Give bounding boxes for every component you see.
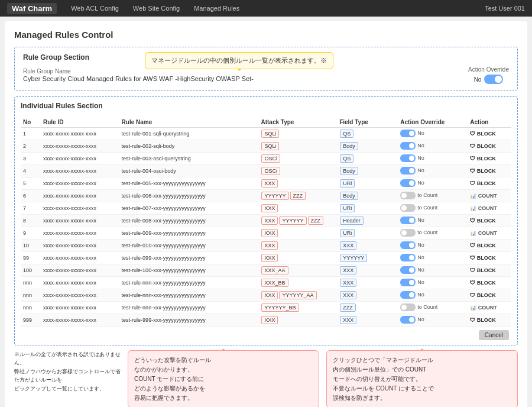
cell-ruleid: xxxx-xxxxx-xxxxx-xxxx: [41, 190, 119, 202]
cell-no: nnn: [21, 302, 41, 314]
action-override-toggle[interactable]: [484, 75, 503, 84]
action-override-toggle-row[interactable]: to Count: [400, 303, 437, 311]
field-type-badge: Body: [340, 192, 358, 200]
attack-type-badge: ZZZ: [308, 217, 324, 225]
individual-section-header: Individual Rules Section: [21, 102, 511, 115]
action-override-toggle-row[interactable]: No: [400, 217, 424, 224]
attack-type-badge: XXX: [261, 217, 278, 225]
cell-attack-type: XXXYYYYYYZZZ: [258, 215, 337, 227]
action-override-toggle-row[interactable]: No: [400, 142, 424, 150]
nav-web-acl-config[interactable]: Web ACL Config: [71, 5, 119, 12]
cell-no: 99: [21, 252, 41, 264]
table-row: 100xxxx-xxxxx-xxxxx-xxxxtest-rule-100-xx…: [21, 264, 511, 277]
cell-attack-type: XXX_AA: [258, 264, 337, 277]
cell-no: 2: [21, 140, 41, 153]
toggle-switch[interactable]: [400, 266, 416, 274]
attack-type-badge: XXX: [261, 241, 278, 250]
action-override-toggle-row[interactable]: No: [400, 266, 424, 274]
toggle-switch[interactable]: [400, 254, 416, 261]
col-header-field: Field Type: [337, 117, 398, 128]
cell-rulename: test-rule-008-xxx-yyyyyyyyyyyyyyyy: [119, 215, 259, 227]
cell-action-override: to Count: [398, 227, 468, 240]
toggle-label: to Count: [417, 304, 437, 310]
toggle-switch[interactable]: [400, 154, 416, 162]
cell-action: 🛡 BLOCK: [468, 314, 511, 327]
cell-field-type: XXX: [337, 289, 398, 302]
cell-no: 1: [21, 128, 41, 140]
table-row: 3xxxx-xxxxx-xxxxx-xxxxtest-rule-003-osci…: [21, 153, 511, 165]
action-block-label: 🛡 BLOCK: [470, 255, 496, 261]
toggle-switch[interactable]: [400, 291, 416, 299]
toggle-switch[interactable]: [400, 142, 416, 150]
action-override-toggle-row[interactable]: No: [400, 179, 424, 187]
toggle-switch[interactable]: [400, 241, 416, 249]
table-row: nnnxxxx-xxxxx-xxxxx-xxxxtest-rule-nnn-xx…: [21, 277, 511, 289]
cancel-button[interactable]: Cancel: [479, 330, 509, 340]
table-row: nnnxxxx-xxxxx-xxxxx-xxxxtest-rule-nnn-xx…: [21, 302, 511, 314]
attack-type-badge: YYYYYY: [279, 217, 306, 225]
nav-managed-rules[interactable]: Managed Rules: [194, 5, 239, 12]
toggle-label: to Count: [417, 192, 437, 198]
cell-action-override: No: [398, 314, 468, 327]
action-override-toggle-row[interactable]: No: [400, 241, 424, 249]
toggle-switch[interactable]: [400, 303, 416, 311]
col-header-ruleid: Rule ID: [41, 117, 119, 128]
action-block-label: 🛡 BLOCK: [470, 156, 496, 161]
toggle-switch[interactable]: [400, 130, 416, 137]
table-row: 7xxxx-xxxxx-xxxxx-xxxxtest-rule-007-xxx-…: [21, 202, 511, 215]
toggle-switch[interactable]: [400, 217, 416, 224]
cell-attack-type: YYYYYY_BB: [258, 302, 337, 314]
cell-action: 🛡 BLOCK: [468, 240, 511, 252]
table-row: 999xxxx-xxxxx-xxxxx-xxxxtest-rule-999-xx…: [21, 314, 511, 327]
table-row: 9xxxx-xxxxx-xxxxx-xxxxtest-rule-009-xxx-…: [21, 227, 511, 240]
cell-action: 🛡 BLOCK: [468, 165, 511, 177]
action-count-label: 📊 COUNT: [470, 193, 497, 199]
attack-type-badge: SQLi: [261, 130, 279, 138]
action-override-toggle-row[interactable]: No: [400, 279, 424, 286]
cell-attack-type: OSCi: [258, 153, 337, 165]
individual-rules-section: Individual Rules Section No Rule ID Rule…: [14, 96, 518, 345]
action-override-toggle-row[interactable]: No: [400, 254, 424, 261]
cell-action: 🛡 BLOCK: [468, 140, 511, 153]
toggle-switch[interactable]: [400, 279, 416, 286]
toggle-switch[interactable]: [400, 179, 416, 187]
table-row: 10xxxx-xxxxx-xxxxx-xxxxtest-rule-010-xxx…: [21, 240, 511, 252]
field-type-badge: URi: [340, 229, 355, 237]
action-override-toggle-row[interactable]: No: [400, 291, 424, 299]
action-override-toggle-row[interactable]: to Count: [400, 229, 437, 237]
col-header-rulename: Rule Name: [119, 117, 259, 128]
action-override-toggle-row[interactable]: No: [400, 167, 424, 175]
cell-attack-type: XXX: [258, 252, 337, 264]
toggle-switch[interactable]: [400, 192, 416, 199]
action-block-label: 🛡 BLOCK: [470, 267, 496, 273]
toggle-switch[interactable]: [400, 204, 416, 212]
cell-action: 🛡 BLOCK: [468, 128, 511, 140]
toggle-switch[interactable]: [400, 229, 416, 237]
action-override-toggle-row[interactable]: to Count: [400, 192, 437, 199]
cell-field-type: Header: [337, 215, 398, 227]
action-override-toggle-row[interactable]: No: [400, 316, 424, 324]
action-override-toggle-row[interactable]: to Count: [400, 204, 437, 212]
cell-action: 🛡 BLOCK: [468, 177, 511, 190]
action-count-label: 📊 COUNT: [470, 305, 497, 311]
attack-type-badge: YYYYYY_AA: [279, 291, 316, 299]
cell-attack-type: XXX: [258, 202, 337, 215]
toggle-switch[interactable]: [400, 167, 416, 175]
cell-field-type: XXX: [337, 277, 398, 289]
toggle-label: No: [417, 316, 424, 322]
table-header-row: No Rule ID Rule Name Attack Type Field T…: [21, 117, 511, 128]
table-row: 4xxxx-xxxxx-xxxxx-xxxxtest-rule-004-osci…: [21, 165, 511, 177]
cell-rulename: test-rule-nnn-xxx-yyyyyyyyyyyyyyyy: [119, 277, 259, 289]
action-override-toggle-row[interactable]: No: [400, 130, 424, 137]
action-override-toggle-row[interactable]: No: [400, 154, 424, 162]
toggle-switch[interactable]: [400, 316, 416, 324]
cell-field-type: XXX: [337, 314, 398, 327]
cell-action: 🛡 BLOCK: [468, 215, 511, 227]
action-block-label: 🛡 BLOCK: [470, 292, 496, 298]
nav-web-site-config[interactable]: Web Site Config: [133, 5, 180, 12]
cell-ruleid: xxxx-xxxxx-xxxxx-xxxx: [41, 252, 119, 264]
cell-attack-type: XXX: [258, 177, 337, 190]
cell-action-override: No: [398, 177, 468, 190]
cell-action-override: No: [398, 153, 468, 165]
field-type-badge: XXX: [340, 316, 356, 324]
